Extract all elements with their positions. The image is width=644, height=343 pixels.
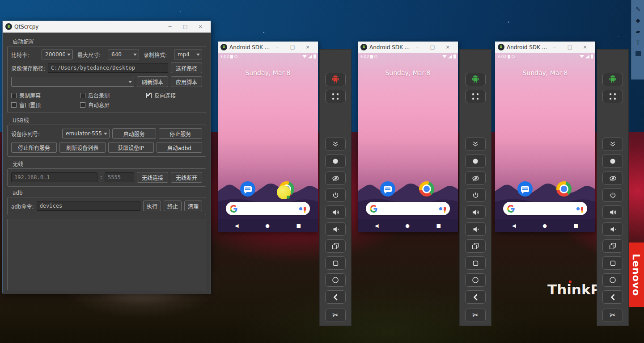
voice-search-icon[interactable] xyxy=(581,207,583,211)
expand-menu-button[interactable] xyxy=(602,138,623,151)
nav-back-button[interactable]: ◀ xyxy=(512,223,516,229)
recents-button[interactable] xyxy=(602,256,623,270)
home-button[interactable] xyxy=(465,273,486,287)
pen-icon[interactable]: ✎ xyxy=(636,6,640,12)
emulator-titlebar[interactable]: Android SDK ... ─ □ × xyxy=(495,42,595,53)
back-button[interactable] xyxy=(602,290,623,304)
reverse-connect-checkbox[interactable]: 反向连接 xyxy=(146,92,176,99)
maximize-button[interactable]: □ xyxy=(178,24,193,29)
log-output-area[interactable] xyxy=(7,219,206,290)
app-switch-button[interactable] xyxy=(325,239,346,253)
script-select[interactable] xyxy=(11,77,134,87)
maximize-button[interactable]: □ xyxy=(425,44,440,50)
device-serial-select[interactable]: emulator-5558 xyxy=(62,129,110,138)
record-path-input[interactable]: C:/Users/bytedance/Desktop xyxy=(48,63,168,73)
refresh-device-list-button[interactable]: 刷新设备列表 xyxy=(59,142,105,153)
close-button[interactable]: × xyxy=(300,44,315,50)
expand-menu-button[interactable] xyxy=(465,138,486,151)
volume-up-button[interactable] xyxy=(325,205,346,219)
record-format-select[interactable]: mp4 xyxy=(174,50,202,59)
voice-search-icon[interactable] xyxy=(304,207,306,211)
maximize-button[interactable]: □ xyxy=(562,44,577,50)
phone-screen[interactable]: 3:02 Sunday, Mar 8 xyxy=(218,53,318,232)
stop-service-button[interactable]: 停止服务 xyxy=(159,128,203,139)
apply-script-button[interactable]: 应用脚本 xyxy=(171,76,202,87)
text-tool-icon[interactable]: T xyxy=(636,40,640,46)
minimize-button[interactable]: ─ xyxy=(410,44,425,50)
back-button[interactable] xyxy=(465,290,486,304)
recents-button[interactable] xyxy=(465,256,486,270)
power-button[interactable] xyxy=(602,188,623,202)
nav-home-button[interactable]: ● xyxy=(265,223,270,229)
eraser-icon[interactable]: ◆ xyxy=(636,17,640,23)
refresh-script-button[interactable]: 刷新脚本 xyxy=(137,76,168,87)
nav-recents-button[interactable]: ■ xyxy=(297,223,301,229)
google-search-bar[interactable] xyxy=(226,202,310,215)
start-adbd-button[interactable]: 启动adbd xyxy=(157,142,202,153)
power-button[interactable] xyxy=(465,188,486,202)
wireless-connect-button[interactable]: 无线连接 xyxy=(137,172,168,183)
close-button[interactable]: × xyxy=(440,44,455,50)
home-button[interactable] xyxy=(602,273,623,287)
bitrate-select[interactable]: 2000000 xyxy=(42,50,73,59)
connection-status-button[interactable] xyxy=(602,73,623,86)
minimize-button[interactable]: ─ xyxy=(547,44,562,50)
close-button[interactable]: × xyxy=(577,44,593,50)
power-button[interactable] xyxy=(325,188,346,202)
wireless-disconnect-button[interactable]: 无线断开 xyxy=(171,172,202,183)
record-button[interactable] xyxy=(465,155,486,168)
maximize-button[interactable]: □ xyxy=(285,44,300,50)
wireless-port-input[interactable]: 5555 xyxy=(105,172,134,182)
stop-all-services-button[interactable]: 停止所有服务 xyxy=(11,142,57,153)
screen-off-button[interactable] xyxy=(465,172,486,185)
volume-up-button[interactable] xyxy=(465,205,486,219)
close-button[interactable]: × xyxy=(193,24,208,29)
volume-down-button[interactable] xyxy=(602,222,623,236)
screenshot-button[interactable]: ✂ xyxy=(325,309,346,322)
chrome-app-icon[interactable] xyxy=(419,181,434,197)
auto-screen-off-checkbox[interactable]: 自动息屏 xyxy=(80,101,110,109)
minimize-button[interactable]: ─ xyxy=(270,44,285,50)
screen-off-button[interactable] xyxy=(325,172,346,185)
phone-screen[interactable]: 3:02 Sunday, Mar 8 xyxy=(495,53,595,232)
nav-recents-button[interactable]: ■ xyxy=(436,223,441,229)
terminate-button[interactable]: 终止 xyxy=(164,201,182,211)
volume-up-button[interactable] xyxy=(602,205,623,219)
start-service-button[interactable]: 启动服务 xyxy=(112,128,156,139)
record-screen-checkbox[interactable]: 录制屏幕 xyxy=(11,92,77,99)
recents-button[interactable] xyxy=(325,256,346,270)
app-switch-button[interactable] xyxy=(602,239,623,253)
phone-screen[interactable]: 3:02 Sunday, Mar 8 xyxy=(358,53,458,232)
volume-down-button[interactable] xyxy=(465,222,486,236)
max-size-select[interactable]: 640 xyxy=(108,50,139,59)
clean-button[interactable]: 清理 xyxy=(184,201,202,211)
chrome-app-icon[interactable] xyxy=(556,181,572,197)
emulator-titlebar[interactable]: Android SDK ... ─ □ × xyxy=(358,42,458,53)
nav-back-button[interactable]: ◀ xyxy=(375,223,378,229)
nav-back-button[interactable]: ◀ xyxy=(235,223,238,229)
nav-home-button[interactable]: ● xyxy=(542,223,547,229)
screenshot-button[interactable]: ✂ xyxy=(602,309,623,322)
nav-home-button[interactable]: ● xyxy=(405,223,410,229)
qtscrcpy-titlebar[interactable]: QtScrcpy ─ □ × xyxy=(3,21,211,33)
record-button[interactable] xyxy=(325,155,346,168)
minimize-button[interactable]: ─ xyxy=(162,24,178,29)
nav-recents-button[interactable]: ■ xyxy=(574,223,578,229)
back-button[interactable] xyxy=(325,290,346,304)
get-device-ip-button[interactable]: 获取设备IP xyxy=(108,142,154,153)
execute-button[interactable]: 执行 xyxy=(143,201,161,211)
screen-off-button[interactable] xyxy=(602,172,623,185)
select-path-button[interactable]: 选择路径 xyxy=(171,63,202,73)
app-switch-button[interactable] xyxy=(465,239,486,253)
connection-status-button[interactable] xyxy=(325,73,346,86)
fullscreen-button[interactable] xyxy=(465,90,486,103)
messages-app-icon[interactable] xyxy=(380,181,395,197)
background-record-checkbox[interactable]: 后台录制 xyxy=(80,92,144,99)
fullscreen-button[interactable] xyxy=(325,90,346,103)
expand-menu-button[interactable] xyxy=(325,138,346,151)
wireless-ip-input[interactable]: 192.168.0.1 xyxy=(11,172,97,182)
window-on-top-checkbox[interactable]: 窗口置顶 xyxy=(11,101,77,109)
emulator-titlebar[interactable]: Android SDK ... ─ □ × xyxy=(218,42,318,53)
adb-command-input[interactable]: devices xyxy=(37,201,140,211)
voice-search-icon[interactable] xyxy=(444,207,446,211)
